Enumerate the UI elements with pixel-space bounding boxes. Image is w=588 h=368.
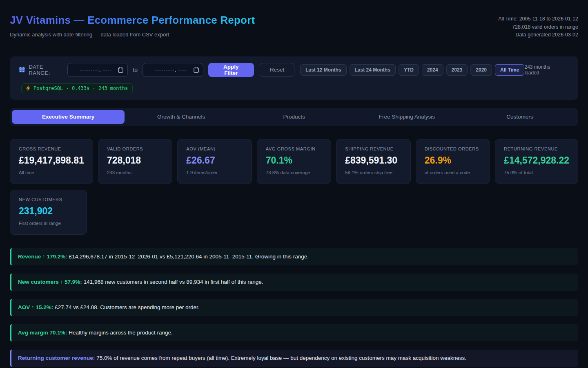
months-loaded-text: 243 months loaded	[524, 64, 570, 76]
to-label: to	[133, 67, 138, 73]
quick-filter-chips: Last 12 Months Last 24 Months YTD 2024 2…	[300, 64, 524, 76]
insight-new-customers: New customers ↑ 57.9%:141,968 new custom…	[10, 274, 578, 291]
kpi-card-grid-row2: NEW CUSTOMERS 231,902 First orders in ra…	[10, 190, 578, 235]
kpi-label: AVG GROSS MARGIN	[266, 146, 322, 151]
insight-body: £27.74 vs £24.08. Customers are spending…	[55, 304, 199, 310]
chip-2024[interactable]: 2024	[422, 64, 443, 76]
kpi-card-aov: AOV (MEAN) £26.67 1.9 items/order	[177, 139, 252, 184]
calendar-icon	[19, 66, 25, 73]
insight-avg-margin: Avg margin 70.1%:Healthy margins across …	[10, 324, 578, 341]
kpi-card-gross-margin: AVG GROSS MARGIN 70.1% 73.8% data covera…	[257, 139, 331, 184]
db-status-badge: PostgreSQL · 0.433s · 243 months	[21, 83, 133, 93]
kpi-label: VALID ORDERS	[107, 146, 163, 151]
chip-last-24-months[interactable]: Last 24 Months	[350, 64, 396, 76]
meta-orders: 728,018 valid orders in range	[498, 23, 578, 31]
kpi-value: £26.67	[186, 155, 243, 166]
kpi-subtext: 59.1% orders ship free	[345, 170, 401, 175]
kpi-subtext: All time	[19, 170, 84, 175]
kpi-subtext: 75.0% of total	[504, 170, 569, 175]
kpi-card-shipping-revenue: SHIPPING REVENUE £839,591.30 59.1% order…	[336, 139, 410, 184]
filter-panel: DATE RANGE: ---------, ---- to ---------…	[10, 56, 578, 100]
kpi-subtext: 243 months	[107, 170, 163, 175]
insight-body: Healthy margins across the product range…	[69, 330, 172, 336]
kpi-card-valid-orders: VALID ORDERS 728,018 243 months	[98, 139, 172, 184]
tab-bar: Executive Summary Growth & Channels Prod…	[10, 108, 578, 126]
insights-list: Revenue ↑ 179.2%:£14,296,678.17 in 2015-…	[10, 248, 578, 367]
kpi-subtext: 73.8% data coverage	[266, 170, 322, 175]
insight-lead: Returning customer revenue:	[18, 355, 95, 361]
date-from-input[interactable]: ---------, ----	[67, 63, 128, 77]
chip-2020[interactable]: 2020	[470, 64, 492, 76]
chip-2023[interactable]: 2023	[446, 64, 468, 76]
page-subtitle: Dynamic analysis with date filtering — d…	[10, 31, 255, 38]
date-from-value: ---------, ----	[74, 67, 118, 73]
calendar-picker-icon[interactable]	[118, 67, 123, 73]
kpi-value: 26.9%	[425, 155, 481, 166]
meta-range: All Time: 2005-11-18 to 2026-01-12	[498, 15, 578, 23]
insight-revenue-growth: Revenue ↑ 179.2%:£14,296,678.17 in 2015-…	[10, 248, 578, 265]
chip-all-time[interactable]: All Time	[495, 64, 524, 76]
insight-lead: AOV ↑ 15.2%:	[18, 304, 53, 310]
header: JV Vitamins — Ecommerce Performance Repo…	[10, 14, 578, 39]
kpi-label: GROSS REVENUE	[19, 146, 84, 151]
kpi-card-grid: GROSS REVENUE £19,417,898.81 All time VA…	[10, 139, 578, 184]
kpi-subtext: 1.9 items/order	[186, 170, 243, 175]
insight-lead: New customers ↑ 57.9%:	[18, 279, 82, 285]
insight-lead: Avg margin 70.1%:	[18, 330, 67, 336]
kpi-card-new-customers: NEW CUSTOMERS 231,902 First orders in ra…	[10, 190, 87, 235]
insight-body: 75.0% of revenue comes from repeat buyer…	[96, 355, 466, 361]
kpi-subtext: First orders in range	[19, 221, 78, 226]
kpi-subtext: of orders used a code	[425, 170, 481, 175]
kpi-card-discounted-orders: DISCOUNTED ORDERS 26.9% of orders used a…	[416, 139, 490, 184]
tab-executive-summary[interactable]: Executive Summary	[12, 110, 125, 124]
calendar-picker-icon[interactable]	[194, 67, 199, 73]
tab-growth-channels[interactable]: Growth & Channels	[125, 110, 237, 124]
chip-ytd[interactable]: YTD	[399, 64, 419, 76]
kpi-value: £19,417,898.81	[19, 155, 84, 166]
kpi-label: RETURNING REVENUE	[504, 146, 569, 151]
filter-row: DATE RANGE: ---------, ---- to ---------…	[18, 63, 570, 77]
kpi-value: 728,018	[107, 155, 163, 166]
tab-free-shipping[interactable]: Free Shipping Analysis	[350, 110, 463, 124]
date-to-value: ---------, ----	[149, 67, 194, 73]
insight-body: £14,296,678.17 in 2015-12–2026-01 vs £5,…	[69, 254, 309, 260]
kpi-card-returning-revenue: RETURNING REVENUE £14,572,928.22 75.0% o…	[495, 139, 578, 184]
report-page: JV Vitamins — Ecommerce Performance Repo…	[0, 0, 588, 367]
date-to-input[interactable]: ---------, ----	[143, 63, 203, 77]
tab-products[interactable]: Products	[238, 110, 350, 124]
kpi-label: NEW CUSTOMERS	[19, 197, 78, 202]
meta-generated: Data generated 2026-03-02	[498, 31, 578, 39]
insight-returning-revenue: Returning customer revenue:75.0% of reve…	[10, 350, 578, 367]
insight-body: 141,968 new customers in second half vs …	[84, 279, 263, 285]
kpi-label: SHIPPING REVENUE	[345, 146, 401, 151]
db-status-text: PostgreSQL · 0.433s · 243 months	[33, 85, 128, 91]
kpi-value: 70.1%	[266, 155, 322, 166]
page-title: JV Vitamins — Ecommerce Performance Repo…	[10, 14, 255, 27]
apply-filter-button[interactable]: Apply Filter	[208, 63, 254, 77]
kpi-value: 231,902	[19, 206, 78, 217]
insight-aov: AOV ↑ 15.2%:£27.74 vs £24.08. Customers …	[10, 299, 578, 316]
header-left: JV Vitamins — Ecommerce Performance Repo…	[10, 14, 255, 38]
kpi-label: DISCOUNTED ORDERS	[425, 146, 481, 151]
insight-lead: Revenue ↑ 179.2%:	[18, 254, 67, 260]
lightning-bolt-icon	[26, 85, 30, 91]
chip-last-12-months[interactable]: Last 12 Months	[300, 64, 346, 76]
kpi-card-gross-revenue: GROSS REVENUE £19,417,898.81 All time	[10, 139, 93, 184]
kpi-value: £14,572,928.22	[504, 155, 569, 166]
date-range-label: DATE RANGE:	[29, 64, 63, 76]
tab-customers[interactable]: Customers	[463, 110, 576, 124]
header-meta: All Time: 2005-11-18 to 2026-01-12 728,0…	[498, 15, 578, 39]
kpi-value: £839,591.30	[345, 155, 401, 166]
kpi-label: AOV (MEAN)	[186, 146, 243, 151]
reset-button[interactable]: Reset	[260, 63, 294, 77]
